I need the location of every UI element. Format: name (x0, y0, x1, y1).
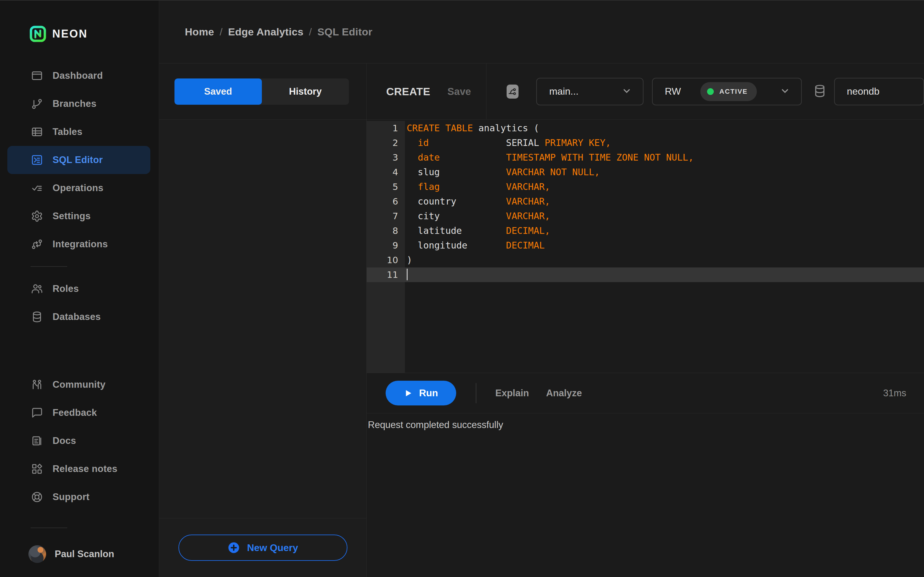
brand-wordmark: NEON (52, 27, 88, 40)
sidebar-item-docs[interactable]: Docs (7, 427, 150, 455)
sidebar-nav: DashboardBranchesTablesSQL EditorOperati… (0, 62, 159, 511)
sql-editor-panel: 1CREATE TABLE analytics (2 id SERIAL PRI… (367, 120, 924, 577)
code-line-2[interactable]: 2 id SERIAL PRIMARY KEY, (367, 135, 924, 150)
branch-compare-button[interactable] (507, 85, 519, 98)
sidebar-item-sql-editor[interactable]: SQL Editor (7, 146, 150, 174)
new-query-button[interactable]: New Query (178, 535, 347, 561)
code-line-4[interactable]: 4 slug VARCHAR NOT NULL, (367, 165, 924, 179)
toolbar-divider (476, 383, 477, 403)
code-line-6[interactable]: 6 country VARCHAR, (367, 194, 924, 209)
save-button[interactable]: Save (447, 86, 471, 97)
analyze-button[interactable]: Analyze (546, 388, 582, 399)
breadcrumb: Home/Edge Analytics/SQL Editor (185, 26, 373, 38)
sidebar-item-feedback[interactable]: Feedback (7, 399, 150, 427)
line-number: 5 (367, 179, 405, 194)
line-number: 9 (367, 238, 405, 253)
sidebar-item-label: Branches (53, 98, 97, 109)
chevron-down-icon (780, 86, 790, 97)
sidebar-item-branches[interactable]: Branches (7, 90, 150, 118)
code-line-text: city VARCHAR, (405, 209, 924, 224)
saved-history-tabs: Saved History (174, 79, 349, 105)
sidebar-item-databases[interactable]: Databases (7, 303, 150, 331)
sidebar-divider-bottom (31, 527, 67, 528)
play-icon (404, 388, 413, 398)
user-name: Paul Scanlon (55, 549, 114, 559)
sidebar-item-label: Operations (53, 182, 103, 193)
breadcrumb-separator: / (309, 26, 312, 37)
code-line-10[interactable]: 10) (367, 253, 924, 268)
avatar (28, 545, 46, 563)
query-duration: 31ms (883, 388, 906, 399)
sidebar-item-operations[interactable]: Operations (7, 174, 150, 202)
code-line-3[interactable]: 3 date TIMESTAMP WITH TIME ZONE NOT NULL… (367, 150, 924, 165)
sidebar-item-label: Databases (53, 311, 101, 322)
settings-icon (31, 210, 44, 222)
integrations-icon (31, 238, 44, 251)
code-line-1[interactable]: 1CREATE TABLE analytics ( (367, 121, 924, 135)
top-header: Home/Edge Analytics/SQL Editor (159, 1, 924, 63)
sidebar-item-integrations[interactable]: Integrations (7, 230, 150, 258)
neon-logo-icon (29, 25, 47, 43)
neon-logo[interactable]: NEON (29, 25, 159, 43)
compute-select[interactable]: RW ACTIVE (652, 78, 802, 105)
code-line-text: date TIMESTAMP WITH TIME ZONE NOT NULL, (405, 150, 924, 165)
sidebar-divider (31, 266, 67, 267)
branch-select[interactable]: main... (536, 78, 643, 105)
queries-tabs-cell: Saved History (159, 63, 367, 119)
database-select[interactable]: neondb (834, 78, 924, 105)
code-line-text: latitude DECIMAL, (405, 224, 924, 238)
tables-icon (31, 126, 44, 138)
plus-circle-icon (227, 541, 240, 554)
sidebar-item-dashboard[interactable]: Dashboard (7, 62, 150, 90)
branches-icon (31, 97, 44, 110)
breadcrumb-item-sql-editor: SQL Editor (317, 26, 373, 37)
user-menu[interactable]: Paul Scanlon (28, 545, 159, 563)
operations-icon (31, 182, 44, 195)
breadcrumb-item-edge-analytics[interactable]: Edge Analytics (228, 26, 304, 37)
explain-button[interactable]: Explain (495, 388, 529, 399)
sidebar-item-roles[interactable]: Roles (7, 275, 150, 303)
sidebar-item-label: Integrations (53, 239, 108, 250)
code-line-8[interactable]: 8 latitude DECIMAL, (367, 224, 924, 238)
compute-status-badge: ACTIVE (700, 82, 757, 101)
active-status-dot (707, 88, 714, 95)
roles-icon (31, 282, 44, 295)
tab-history[interactable]: History (262, 79, 349, 105)
text-cursor (407, 269, 408, 280)
sidebar-item-label: Support (53, 492, 89, 503)
sidebar-item-label: Settings (53, 211, 91, 222)
sidebar-item-label: Release notes (53, 463, 117, 474)
database-icon (813, 84, 827, 99)
support-icon (31, 491, 44, 503)
chevron-down-icon (622, 86, 632, 97)
breadcrumb-item-home[interactable]: Home (185, 26, 214, 37)
line-number: 11 (367, 268, 405, 282)
code-area-empty[interactable] (367, 282, 924, 373)
sidebar-item-release-notes[interactable]: Release notes (7, 455, 150, 483)
code-editor[interactable]: 1CREATE TABLE analytics (2 id SERIAL PRI… (367, 120, 924, 373)
sidebar-item-tables[interactable]: Tables (7, 118, 150, 146)
sidebar-item-label: Docs (53, 435, 76, 446)
code-line-9[interactable]: 9 longitude DECIMAL (367, 238, 924, 253)
sql-editor-icon (31, 153, 44, 166)
community-icon (31, 378, 44, 391)
code-line-7[interactable]: 7 city VARCHAR, (367, 209, 924, 224)
line-number: 8 (367, 224, 405, 238)
sidebar-item-support[interactable]: Support (7, 483, 150, 511)
status-message: Request completed successfully (367, 413, 924, 430)
sidebar-item-community[interactable]: Community (7, 371, 150, 399)
run-button[interactable]: Run (386, 381, 456, 405)
dashboard-icon (31, 69, 44, 82)
code-line-text (405, 268, 924, 282)
query-title: CREATE (386, 85, 430, 98)
code-line-5[interactable]: 5 flag VARCHAR, (367, 179, 924, 194)
databases-icon (31, 311, 44, 323)
code-line-11[interactable]: 11 (367, 268, 924, 282)
new-query-label: New Query (247, 542, 298, 553)
run-toolbar: Run Explain Analyze 31ms (367, 373, 924, 413)
line-number: 6 (367, 194, 405, 209)
code-line-text: CREATE TABLE analytics ( (405, 121, 924, 135)
sidebar-item-settings[interactable]: Settings (7, 202, 150, 230)
saved-queries-list (159, 120, 367, 518)
tab-saved[interactable]: Saved (174, 79, 262, 105)
